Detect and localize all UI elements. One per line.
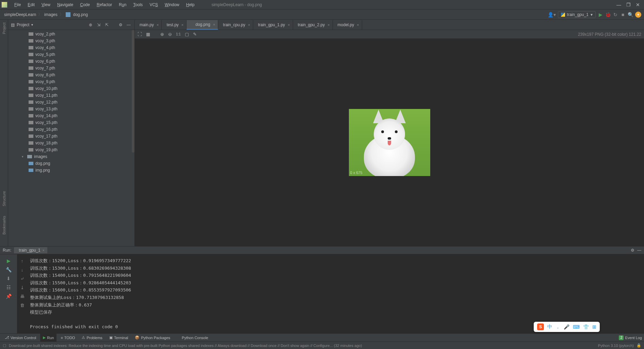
menu-file[interactable]: File: [11, 2, 24, 7]
code-with-me-icon[interactable]: 👤▾: [548, 12, 556, 17]
menu-edit[interactable]: Edit: [24, 2, 38, 7]
run-coverage-button[interactable]: ↻: [613, 12, 618, 17]
editor-tab[interactable]: test.py×: [162, 20, 187, 30]
menu-view[interactable]: View: [38, 2, 54, 7]
menu-code[interactable]: Code: [77, 2, 93, 7]
minimize-button[interactable]: —: [614, 2, 624, 7]
search-everywhere-button[interactable]: 🔍: [628, 12, 633, 17]
menu-tools[interactable]: Tools: [130, 2, 146, 7]
editor-tab[interactable]: main.py×: [135, 20, 162, 30]
breadcrumb-file[interactable]: dog.png: [72, 12, 89, 17]
pin-button[interactable]: 📌: [5, 292, 12, 301]
tree-file[interactable]: dog.png: [8, 160, 134, 167]
editor-tab[interactable]: dog.png×: [187, 20, 218, 30]
tree-file[interactable]: vcoy_17.pth: [8, 133, 134, 140]
menu-vcs[interactable]: VCS: [146, 2, 161, 7]
settings-icon[interactable]: ⚙: [117, 22, 124, 28]
interpreter-status[interactable]: Python 3.10 (pytorch): [598, 344, 634, 348]
menu-refactor[interactable]: Refactor: [93, 2, 115, 7]
rerun-button[interactable]: ▶: [5, 256, 12, 265]
event-log-button[interactable]: Event Log: [625, 336, 642, 340]
event-log-badge[interactable]: 2: [619, 335, 624, 340]
tree-file[interactable]: vcoy_13.pth: [8, 106, 134, 112]
ide-updates-icon[interactable]: +: [635, 12, 641, 18]
ime-keyboard-icon[interactable]: ⌨: [573, 324, 580, 330]
menu-help[interactable]: Help: [183, 2, 198, 7]
editor-tab[interactable]: train_gpu_2.py×: [293, 20, 333, 30]
debug-button[interactable]: 🐞: [605, 12, 611, 17]
fit-zoom-icon[interactable]: ⛶: [138, 32, 142, 37]
tree-file[interactable]: vcoy_6.pth: [8, 58, 134, 65]
menu-window[interactable]: Window: [161, 2, 183, 7]
tree-file[interactable]: img.png: [8, 167, 134, 174]
tree-file[interactable]: vcoy_9.pth: [8, 78, 134, 85]
terminal-tab[interactable]: ▣Terminal: [107, 334, 131, 342]
soft-wrap-button[interactable]: ⤶: [18, 274, 26, 283]
run-settings-icon[interactable]: ⚙: [631, 248, 634, 253]
tree-file[interactable]: vcoy_14.pth: [8, 112, 134, 119]
run-configuration-selector[interactable]: train_gpu_1 ▾: [558, 11, 596, 18]
run-tab[interactable]: train_gpu_1 ×: [14, 247, 47, 253]
tree-file[interactable]: vcoy_10.pth: [8, 85, 134, 92]
tree-file[interactable]: vcoy_7.pth: [8, 65, 134, 72]
tree-file[interactable]: vcoy_16.pth: [8, 126, 134, 133]
tree-scrollbar[interactable]: [132, 30, 134, 153]
tree-file[interactable]: vcoy_11.pth: [8, 92, 134, 99]
menu-run[interactable]: Run: [115, 2, 130, 7]
expand-all-icon[interactable]: ⇲: [96, 22, 102, 28]
ime-more-icon[interactable]: ⊞: [592, 324, 596, 330]
editor-tab[interactable]: train_gpu_1.py×: [253, 20, 293, 30]
hide-panel-icon[interactable]: —: [126, 22, 132, 28]
background-icon[interactable]: ▢: [185, 32, 189, 37]
modify-run-button[interactable]: 🔧: [5, 265, 12, 274]
tree-file[interactable]: vcoy_4.pth: [8, 44, 134, 51]
zoom-in-icon[interactable]: ⊕: [160, 32, 164, 37]
stop-run-button[interactable]: ⬇: [5, 274, 12, 283]
locate-icon[interactable]: ⊕: [87, 22, 94, 28]
ime-toolbar[interactable]: S 中 ， 🎤 ⌨ 👕 ⊞: [534, 322, 600, 332]
hide-run-icon[interactable]: —: [637, 248, 641, 253]
tree-file[interactable]: vcoy_15.pth: [8, 119, 134, 126]
editor-tab[interactable]: train_cpu.py×: [218, 20, 253, 30]
status-message[interactable]: Download pre-built shared indexes: Reduc…: [9, 344, 362, 348]
tree-file[interactable]: vcoy_12.pth: [8, 99, 134, 106]
tree-file[interactable]: vcoy_18.pth: [8, 140, 134, 146]
tool-window-toggle-icon[interactable]: ▢: [3, 343, 6, 348]
close-button[interactable]: ✕: [633, 2, 643, 7]
grid-icon[interactable]: ▦: [146, 32, 150, 37]
breadcrumb-root[interactable]: simpleDeepLearn: [3, 12, 37, 17]
menu-navigate[interactable]: Navigate: [54, 2, 77, 7]
scroll-end-button[interactable]: ⤓: [18, 283, 26, 292]
tree-file[interactable]: vcoy_5.pth: [8, 51, 134, 58]
layout-button[interactable]: ☷: [5, 283, 12, 292]
clear-button[interactable]: 🗑: [18, 301, 26, 310]
bookmarks-tool-button[interactable]: Bookmarks: [2, 215, 6, 236]
up-trace-button[interactable]: ↑: [18, 256, 26, 265]
project-tree[interactable]: vcoy_2.pthvcoy_3.pthvcoy_4.pthvcoy_5.pth…: [8, 30, 134, 246]
tree-file[interactable]: vcoy_2.pth: [8, 31, 134, 37]
sogou-icon[interactable]: S: [537, 323, 544, 330]
structure-tool-button[interactable]: Structure: [2, 190, 6, 208]
todo-tab[interactable]: ≡TODO: [58, 334, 78, 342]
stop-button[interactable]: ■: [620, 12, 626, 17]
editor-tab[interactable]: model.py×: [333, 20, 362, 30]
version-control-tab[interactable]: ⎇Version Control: [2, 334, 39, 342]
print-button[interactable]: 🖶: [18, 292, 26, 301]
color-picker-icon[interactable]: ✎: [193, 32, 197, 37]
actual-size-icon[interactable]: 1:1: [176, 32, 181, 36]
collapse-all-icon[interactable]: ⇱: [104, 22, 110, 28]
ime-skin-icon[interactable]: 👕: [583, 324, 589, 330]
maximize-button[interactable]: ❐: [624, 2, 633, 7]
python-packages-tab[interactable]: 📦Python Packages: [132, 334, 173, 342]
zoom-out-icon[interactable]: ⊖: [168, 32, 172, 37]
run-tab-button[interactable]: ▶Run: [40, 334, 57, 342]
ime-lang[interactable]: 中: [547, 324, 552, 330]
image-canvas[interactable]: 0 x 675: [135, 39, 644, 246]
breadcrumb-folder[interactable]: images: [43, 12, 59, 17]
tree-file[interactable]: vcoy_19.pth: [8, 146, 134, 153]
project-tool-button[interactable]: Project: [2, 21, 6, 35]
ime-punct[interactable]: ，: [556, 324, 560, 330]
lock-icon[interactable]: 🔒: [637, 343, 641, 348]
ime-mic-icon[interactable]: 🎤: [564, 324, 569, 330]
run-button[interactable]: ▶: [598, 12, 603, 17]
